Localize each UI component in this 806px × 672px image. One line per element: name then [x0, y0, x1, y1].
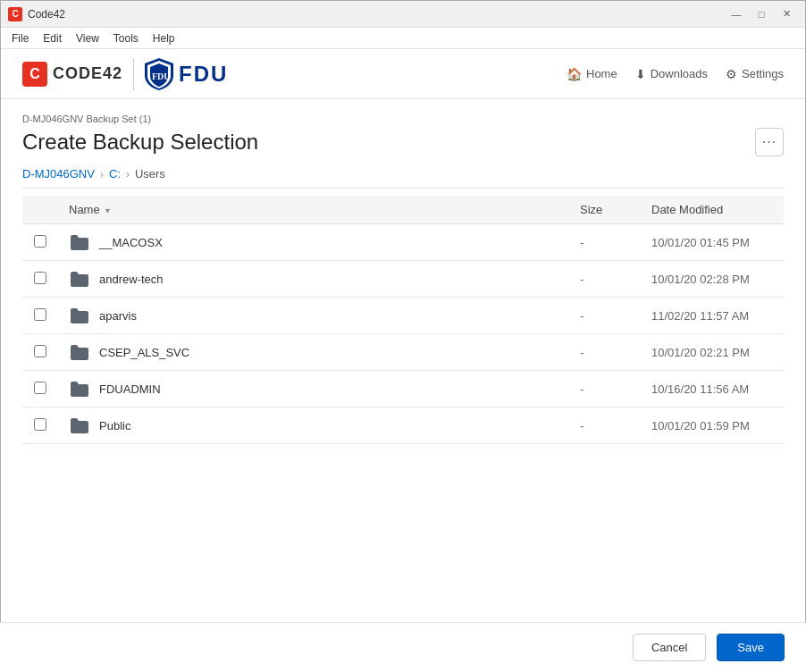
row-checkbox-1[interactable] — [34, 272, 46, 284]
menu-bar: File Edit View Tools Help — [1, 28, 805, 49]
th-date: Date Modified — [641, 196, 784, 224]
table-row: FDUADMIN-10/16/20 11:56 AM — [22, 371, 784, 407]
row-checkbox-cell — [22, 334, 58, 371]
row-name-text: FDUADMIN — [99, 382, 161, 396]
sort-arrow-icon: ▾ — [105, 206, 110, 215]
row-checkbox-cell — [22, 298, 58, 334]
row-name-text: __MACOSX — [99, 236, 163, 249]
row-date-cell: 10/01/20 02:28 PM — [641, 261, 784, 298]
close-button[interactable]: ✕ — [775, 5, 798, 23]
title-bar-left: C Code42 — [8, 7, 65, 21]
row-date-cell: 11/02/20 11:57 AM — [641, 298, 784, 334]
file-table: Name ▾ Size Date Modified __MACOSX-10/01… — [22, 196, 784, 444]
table-row: Public-10/01/20 01:59 PM — [22, 407, 784, 444]
folder-icon — [69, 380, 90, 398]
bottom-bar: Cancel Save — [0, 622, 806, 672]
menu-view[interactable]: View — [69, 30, 106, 46]
folder-icon — [69, 343, 90, 361]
row-name-cell: __MACOSX — [58, 224, 569, 261]
row-name-cell: CSEP_ALS_SVC — [58, 334, 569, 371]
th-name[interactable]: Name ▾ — [58, 196, 569, 224]
row-size-cell: - — [569, 224, 641, 261]
folder-icon — [69, 270, 90, 288]
row-checkbox-4[interactable] — [34, 382, 46, 394]
breadcrumb-sep-1: › — [100, 168, 104, 181]
row-name-cell: Public — [58, 407, 569, 444]
backup-set-label: D-MJ046GNV Backup Set (1) — [22, 113, 784, 124]
code42-text: CODE42 — [53, 64, 122, 83]
nav-home-label: Home — [586, 67, 617, 80]
table-row: CSEP_ALS_SVC-10/01/20 02:21 PM — [22, 334, 784, 371]
scrollable-content: D-MJ046GNV Backup Set (1) Create Backup … — [1, 99, 805, 672]
row-checkbox-3[interactable] — [34, 345, 46, 357]
row-name-cell: aparvis — [58, 298, 569, 334]
fdu-text: FDU — [179, 62, 228, 87]
menu-file[interactable]: File — [4, 30, 36, 46]
row-size-cell: - — [569, 407, 641, 444]
row-name-cell: andrew-tech — [58, 261, 569, 298]
row-name-text: aparvis — [99, 309, 137, 323]
breadcrumb: D-MJ046GNV › C: › Users — [22, 167, 784, 189]
th-size: Size — [569, 196, 641, 224]
fdu-shield-icon: FDU — [145, 58, 173, 90]
nav-home[interactable]: 🏠 Home — [567, 67, 617, 81]
row-checkbox-cell — [22, 407, 58, 444]
row-checkbox-2[interactable] — [34, 308, 46, 321]
breadcrumb-device[interactable]: D-MJ046GNV — [22, 167, 95, 181]
row-date-cell: 10/01/20 01:45 PM — [641, 224, 784, 261]
settings-icon: ⚙ — [726, 67, 737, 81]
row-name-text: andrew-tech — [99, 273, 164, 286]
row-checkbox-cell — [22, 371, 58, 407]
table-header-row: Name ▾ Size Date Modified — [22, 196, 784, 224]
row-date-cell: 10/01/20 01:59 PM — [641, 407, 784, 444]
row-checkbox-5[interactable] — [34, 418, 46, 431]
more-options-button[interactable]: ··· — [755, 128, 784, 156]
breadcrumb-c[interactable]: C: — [109, 167, 121, 181]
home-icon: 🏠 — [567, 67, 582, 81]
fdu-logo: FDU FDU — [145, 58, 228, 90]
main-layout: C CODE42 FDU FDU 🏠 Home ⬇ — [1, 49, 805, 672]
nav-downloads[interactable]: ⬇ Downloads — [635, 67, 708, 81]
download-icon: ⬇ — [635, 67, 646, 81]
row-checkbox-0[interactable] — [34, 235, 46, 248]
folder-icon — [69, 307, 90, 324]
menu-edit[interactable]: Edit — [36, 30, 69, 46]
app-icon: C — [8, 7, 22, 21]
save-button[interactable]: Save — [717, 634, 785, 661]
svg-text:FDU: FDU — [152, 71, 171, 81]
th-name-label: Name — [69, 203, 100, 216]
code42-logo: C CODE42 — [22, 62, 122, 87]
maximize-button[interactable]: □ — [750, 5, 773, 23]
row-size-cell: - — [569, 334, 641, 371]
logo-area: C CODE42 FDU FDU — [22, 58, 228, 90]
breadcrumb-sep-2: › — [126, 168, 130, 181]
table-row: andrew-tech-10/01/20 02:28 PM — [22, 261, 784, 298]
table-row: aparvis-11/02/20 11:57 AM — [22, 298, 784, 334]
row-checkbox-cell — [22, 261, 58, 298]
breadcrumb-users: Users — [135, 167, 165, 181]
row-name-cell: FDUADMIN — [58, 371, 569, 407]
row-name-text: Public — [99, 419, 130, 433]
title-bar: C Code42 — □ ✕ — [1, 1, 805, 28]
folder-icon — [69, 416, 90, 434]
row-date-cell: 10/01/20 02:21 PM — [641, 334, 784, 371]
page-title: Create Backup Selection — [22, 130, 258, 155]
row-size-cell: - — [569, 261, 641, 298]
menu-tools[interactable]: Tools — [106, 30, 146, 46]
minimize-button[interactable]: — — [725, 5, 748, 23]
th-checkbox — [22, 196, 58, 224]
menu-help[interactable]: Help — [146, 30, 182, 46]
title-bar-title: Code42 — [28, 8, 65, 21]
page-title-row: Create Backup Selection ··· — [22, 128, 784, 156]
row-size-cell: - — [569, 371, 641, 407]
cancel-button[interactable]: Cancel — [633, 634, 706, 661]
nav-links: 🏠 Home ⬇ Downloads ⚙ Settings — [567, 67, 784, 81]
row-checkbox-cell — [22, 224, 58, 261]
nav-settings[interactable]: ⚙ Settings — [726, 67, 784, 81]
code42-icon: C — [22, 62, 47, 87]
row-date-cell: 10/16/20 11:56 AM — [641, 371, 784, 407]
folder-icon — [69, 233, 90, 251]
title-bar-controls: — □ ✕ — [725, 5, 798, 23]
table-row: __MACOSX-10/01/20 01:45 PM — [22, 224, 784, 261]
nav-settings-label: Settings — [742, 67, 784, 80]
